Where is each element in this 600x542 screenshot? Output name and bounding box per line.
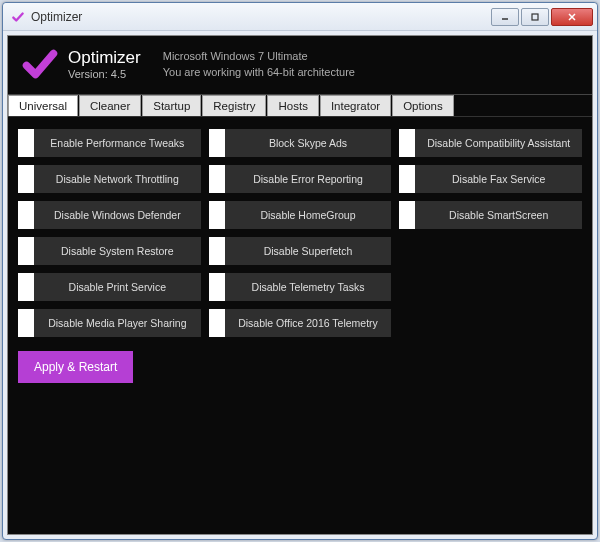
option-label[interactable]: Disable System Restore [34,237,201,265]
option-checkbox[interactable] [209,309,225,337]
option-checkbox[interactable] [18,165,34,193]
option-label[interactable]: Disable Office 2016 Telemetry [225,309,392,337]
option-item: Disable Compatibility Assistant [399,129,582,157]
tab-content-universal: Enable Performance TweaksBlock Skype Ads… [8,117,592,534]
option-item: Disable Media Player Sharing [18,309,201,337]
option-label[interactable]: Disable HomeGroup [225,201,392,229]
os-line: Microsoft Windows 7 Ultimate [163,48,355,65]
option-label[interactable]: Disable Telemetry Tasks [225,273,392,301]
option-checkbox[interactable] [18,273,34,301]
option-item: Block Skype Ads [209,129,392,157]
option-checkbox[interactable] [399,201,415,229]
header-right: Microsoft Windows 7 Ultimate You are wor… [163,48,355,81]
option-label[interactable]: Disable Network Throttling [34,165,201,193]
option-label[interactable]: Disable Media Player Sharing [34,309,201,337]
option-item: Disable Fax Service [399,165,582,193]
option-label[interactable]: Enable Performance Tweaks [34,129,201,157]
option-checkbox[interactable] [18,237,34,265]
app-name: Optimizer [68,48,141,68]
option-label[interactable]: Disable Fax Service [415,165,582,193]
logo-check-icon [22,46,58,82]
tab-startup[interactable]: Startup [142,95,201,116]
maximize-button[interactable] [521,8,549,26]
option-checkbox[interactable] [18,309,34,337]
apply-restart-button[interactable]: Apply & Restart [18,351,133,383]
tab-strip: UniversalCleanerStartupRegistryHostsInte… [8,95,592,117]
option-label[interactable]: Disable Print Service [34,273,201,301]
option-label[interactable]: Disable Compatibility Assistant [415,129,582,157]
app-icon [11,10,25,24]
minimize-button[interactable] [491,8,519,26]
close-button[interactable] [551,8,593,26]
window-title: Optimizer [31,10,491,24]
option-item: Disable Windows Defender [18,201,201,229]
svg-rect-1 [532,14,538,20]
option-label[interactable]: Disable Superfetch [225,237,392,265]
option-checkbox[interactable] [209,237,225,265]
tab-hosts[interactable]: Hosts [267,95,318,116]
option-checkbox[interactable] [18,129,34,157]
option-checkbox[interactable] [209,165,225,193]
option-item: Disable Error Reporting [209,165,392,193]
tab-cleaner[interactable]: Cleaner [79,95,141,116]
option-item: Disable HomeGroup [209,201,392,229]
app-header: Optimizer Version: 4.5 Microsoft Windows… [8,36,592,95]
tab-integrator[interactable]: Integrator [320,95,391,116]
option-checkbox[interactable] [209,273,225,301]
option-checkbox[interactable] [399,165,415,193]
tab-registry[interactable]: Registry [202,95,266,116]
window-controls [491,8,593,26]
option-checkbox[interactable] [399,129,415,157]
option-item: Disable Office 2016 Telemetry [209,309,392,337]
option-item: Disable Superfetch [209,237,392,265]
option-item: Disable Network Throttling [18,165,201,193]
option-item: Disable Telemetry Tasks [209,273,392,301]
tab-options[interactable]: Options [392,95,454,116]
titlebar[interactable]: Optimizer [3,3,597,31]
client-area: Optimizer Version: 4.5 Microsoft Windows… [7,35,593,535]
arch-line: You are working with 64-bit architecture [163,64,355,81]
header-left: Optimizer Version: 4.5 [68,48,141,80]
options-grid: Enable Performance TweaksBlock Skype Ads… [18,129,582,337]
option-label[interactable]: Disable Windows Defender [34,201,201,229]
option-checkbox[interactable] [209,129,225,157]
app-window: Optimizer Optimizer Version: 4.5 Microso… [2,2,598,540]
option-checkbox[interactable] [18,201,34,229]
tab-universal[interactable]: Universal [8,95,78,116]
option-item: Disable System Restore [18,237,201,265]
option-label[interactable]: Block Skype Ads [225,129,392,157]
option-item: Disable SmartScreen [399,201,582,229]
version-label: Version: 4.5 [68,68,141,80]
option-label[interactable]: Disable Error Reporting [225,165,392,193]
option-item: Enable Performance Tweaks [18,129,201,157]
option-item: Disable Print Service [18,273,201,301]
option-label[interactable]: Disable SmartScreen [415,201,582,229]
option-checkbox[interactable] [209,201,225,229]
